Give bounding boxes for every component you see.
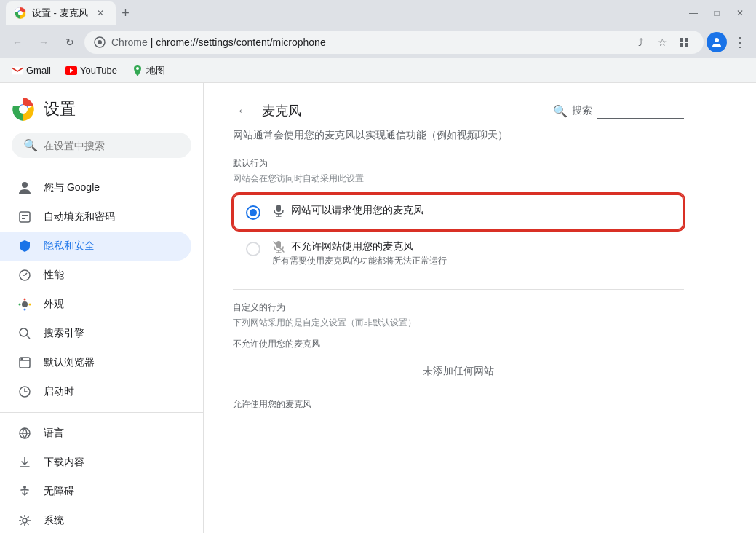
sidebar-item-appearance-label: 外观	[44, 298, 64, 311]
tab-title: 设置 - 麦克风	[32, 7, 88, 20]
bookmark-button[interactable]: ☆	[652, 32, 672, 52]
allow-microphone-option[interactable]: 网站可以请求使用您的麦克风	[233, 194, 684, 230]
content-inner: ← 麦克风 🔍 搜索 网站通常会使用您的麦克风以实现通信功能（例如视频聊天） 默…	[204, 83, 713, 431]
youtube-icon	[65, 65, 77, 76]
sidebar-item-google[interactable]: 您与 Google	[0, 173, 191, 202]
page-search: 🔍 搜索	[553, 103, 684, 119]
back-button[interactable]: ←	[6, 31, 29, 54]
tab-bar: 设置 - 麦克风 ✕ +	[6, 1, 677, 25]
section-divider	[233, 289, 684, 290]
default-browser-icon	[17, 355, 32, 370]
allow-option-main: 网站可以请求使用您的麦克风	[272, 204, 671, 217]
address-bar[interactable]: Chrome | chrome://settings/content/micro…	[84, 31, 704, 54]
block-microphone-option[interactable]: 不允许网站使用您的麦克风 所有需要使用麦克风的功能都将无法正常运行	[233, 230, 684, 277]
privacy-shield-icon	[17, 239, 32, 253]
bookmark-maps[interactable]: 地图	[126, 61, 171, 80]
bookmark-gmail[interactable]: Gmail	[6, 62, 57, 79]
allow-radio[interactable]	[246, 205, 260, 220]
forward-button[interactable]: →	[32, 31, 55, 54]
close-button[interactable]: ✕	[730, 3, 750, 23]
no-block-sites-text: 未添加任何网站	[233, 353, 684, 390]
sidebar-item-accessibility-label: 无障碍	[44, 485, 74, 498]
sidebar-item-privacy[interactable]: 隐私和安全	[0, 232, 191, 261]
url-text: chrome://settings/content/microphone	[156, 36, 325, 48]
sidebar-item-browser-label: 默认浏览器	[44, 356, 95, 369]
address-text: Chrome | chrome://settings/content/micro…	[111, 36, 624, 48]
settings-title: 设置	[44, 98, 76, 120]
sidebar-item-accessibility[interactable]: 无障碍	[0, 477, 191, 506]
svg-point-4	[98, 40, 102, 44]
custom-section-sublabel: 下列网站采用的是自定义设置（而非默认设置）	[233, 317, 684, 329]
autofill-icon	[17, 210, 32, 224]
gmail-label: Gmail	[26, 65, 51, 76]
accessibility-icon	[17, 484, 32, 499]
page-search-input[interactable]	[597, 103, 684, 119]
chrome-brand: Chrome	[111, 36, 148, 48]
bookmarks-bar: Gmail YouTube 地图	[0, 58, 756, 83]
sidebar-item-system[interactable]: 系统	[0, 506, 191, 533]
sidebar-item-startup-label: 启动时	[44, 385, 74, 398]
sidebar-item-privacy-label: 隐私和安全	[44, 240, 95, 253]
svg-point-26	[29, 304, 31, 306]
default-behavior-label: 默认行为	[233, 157, 684, 170]
maps-label: 地图	[146, 64, 165, 77]
active-tab[interactable]: 设置 - 麦克风 ✕	[6, 1, 116, 25]
allow-option-label: 网站可以请求使用您的麦克风	[291, 204, 423, 217]
sidebar-item-autofill-label: 自动填充和密码	[44, 210, 115, 224]
tab-close-btn[interactable]: ✕	[94, 7, 107, 20]
person-icon	[17, 181, 32, 195]
search-engine-icon	[17, 326, 32, 341]
new-tab-button[interactable]: +	[116, 3, 136, 23]
secure-icon	[94, 36, 106, 48]
svg-rect-20	[22, 218, 25, 219]
startup-icon	[17, 384, 32, 399]
sidebar-item-downloads[interactable]: 下载内容	[0, 448, 191, 477]
sidebar-item-performance[interactable]: 性能	[0, 261, 191, 290]
profile-button[interactable]	[707, 32, 727, 52]
svg-point-33	[23, 518, 27, 523]
window-controls: — □ ✕	[683, 3, 750, 23]
microphone-icon	[272, 204, 285, 217]
chrome-logo	[12, 98, 35, 121]
default-behavior-sublabel: 网站会在您访问时自动采用此设置	[233, 173, 684, 185]
sidebar-item-search[interactable]: 搜索引擎	[0, 319, 191, 348]
minimize-button[interactable]: —	[683, 3, 704, 23]
sidebar-item-language[interactable]: 语言	[0, 419, 191, 448]
menu-button[interactable]: ⋮	[730, 32, 750, 52]
share-button[interactable]: ⤴	[630, 32, 650, 52]
appearance-icon	[17, 297, 32, 312]
block-option-sublabel: 所有需要使用麦克风的功能都将无法正常运行	[272, 255, 671, 267]
block-sites-label: 不允许使用您的麦克风	[233, 338, 684, 350]
refresh-button[interactable]: ↻	[58, 31, 81, 54]
svg-point-32	[23, 486, 26, 489]
address-actions: ⤴ ☆	[630, 32, 694, 52]
allow-radio-inner	[250, 209, 257, 216]
svg-rect-19	[22, 215, 28, 216]
sidebar-item-browser[interactable]: 默认浏览器	[0, 348, 191, 377]
maximize-button[interactable]: □	[707, 3, 727, 23]
sidebar-item-autofill[interactable]: 自动填充和密码	[0, 202, 191, 232]
sidebar-item-search-label: 搜索引擎	[44, 327, 84, 340]
sidebar-search-icon: 🔍	[23, 138, 38, 152]
allow-sites-label: 允许使用您的麦克风	[233, 398, 684, 411]
sidebar: 设置 🔍 您与 Google 自	[0, 83, 204, 533]
bookmark-youtube[interactable]: YouTube	[60, 62, 123, 79]
extensions-button[interactable]	[674, 32, 694, 52]
sidebar-search-box[interactable]: 🔍	[12, 133, 191, 158]
sidebar-search-input[interactable]	[44, 140, 180, 151]
sidebar-item-startup[interactable]: 启动时	[0, 377, 191, 406]
sidebar-item-downloads-label: 下载内容	[44, 456, 84, 469]
block-option-main: 不允许网站使用您的麦克风	[272, 240, 671, 253]
gmail-icon	[12, 65, 23, 76]
youtube-label: YouTube	[80, 65, 117, 76]
sidebar-divider-top	[0, 167, 203, 167]
sidebar-item-appearance[interactable]: 外观	[0, 290, 191, 319]
page-search-icon: 🔍	[553, 104, 568, 118]
svg-rect-10	[12, 66, 23, 75]
content-back-button[interactable]: ←	[233, 100, 253, 121]
sidebar-item-language-label: 语言	[44, 427, 64, 440]
page-header-left: ← 麦克风	[233, 100, 301, 121]
block-radio[interactable]	[246, 242, 260, 256]
maps-icon	[132, 65, 143, 76]
svg-point-9	[715, 38, 719, 42]
